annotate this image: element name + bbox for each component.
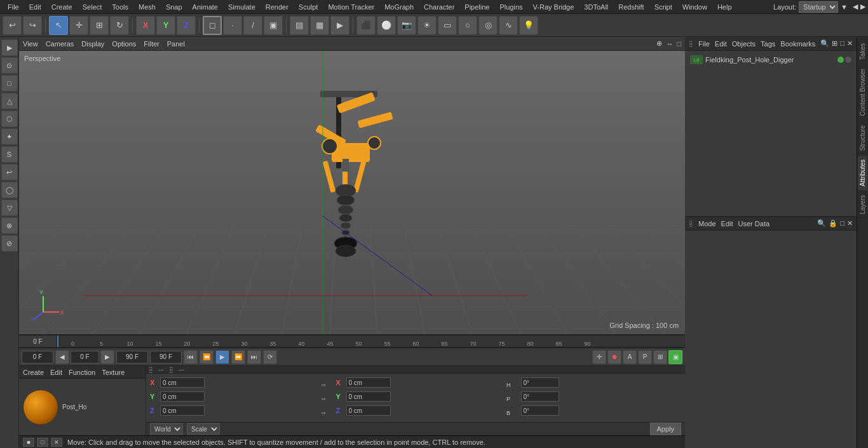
attr-expand-icon[interactable]: □ xyxy=(840,219,844,227)
attr-lock-icon[interactable]: 🔒 xyxy=(829,219,837,227)
rot-p-input[interactable] xyxy=(521,391,559,402)
menu-window[interactable]: Window xyxy=(677,2,712,12)
menu-pipeline[interactable]: Pipeline xyxy=(459,2,494,12)
tab-takes[interactable]: Takes xyxy=(858,39,867,64)
viewport-menu-cameras[interactable]: Cameras xyxy=(46,40,74,48)
menu-help[interactable]: Help xyxy=(712,2,737,12)
sky-button[interactable]: ○ xyxy=(458,16,477,35)
rot-h-input[interactable] xyxy=(521,377,559,388)
table-row[interactable]: L0 Fieldking_Post_Hole_Digger xyxy=(688,53,854,66)
objects-close-icon[interactable]: ✕ xyxy=(847,39,853,48)
menu-edit[interactable]: Edit xyxy=(24,2,46,12)
sidebar-tool-11[interactable]: ⊗ xyxy=(1,217,18,234)
render-region-button[interactable]: ▤ xyxy=(290,16,309,35)
goto-start-button[interactable]: ⏮ xyxy=(184,350,198,364)
keyframe-grid-btn[interactable]: ⊞ xyxy=(653,350,667,364)
attr-close-icon[interactable]: ✕ xyxy=(847,219,853,227)
sphere-button[interactable]: ⚪ xyxy=(377,16,396,35)
pos-z-input[interactable] xyxy=(160,405,205,416)
attr-header-edit[interactable]: Edit xyxy=(721,220,733,227)
menu-sculpt[interactable]: Sculpt xyxy=(294,2,323,12)
viewport-menu-view[interactable]: View xyxy=(23,40,38,48)
render-picture-button[interactable]: ▦ xyxy=(310,16,329,35)
undo-button[interactable]: ↩ xyxy=(3,16,22,35)
edge-mode-button[interactable]: / xyxy=(243,16,262,35)
y-axis-button[interactable]: Y xyxy=(156,16,175,35)
env-button[interactable]: ◎ xyxy=(478,16,498,35)
viewport-menu-options[interactable]: Options xyxy=(112,40,136,48)
objects-filter-icon[interactable]: ⊞ xyxy=(832,39,837,48)
menu-3dtoall[interactable]: 3DToAll xyxy=(579,2,613,12)
keyframe-frame-btn[interactable]: ▣ xyxy=(668,350,682,364)
rotate-tool-button[interactable]: ↻ xyxy=(110,16,129,35)
tab-attributes[interactable]: Attributes xyxy=(858,156,867,190)
rot-b-input[interactable] xyxy=(521,405,559,416)
world-dropdown[interactable]: World xyxy=(150,423,183,435)
attr-search-icon[interactable]: 🔍 xyxy=(817,219,826,227)
attr-header-userdata[interactable]: User Data xyxy=(738,220,770,227)
viewport-move-icon[interactable]: ⊕ xyxy=(656,39,662,48)
menu-mograph[interactable]: MoGraph xyxy=(379,2,419,12)
menu-mesh[interactable]: Mesh xyxy=(133,2,161,12)
cube-button[interactable]: ⬛ xyxy=(356,16,376,35)
menu-animate[interactable]: Animate xyxy=(187,2,223,12)
status-icon-3[interactable]: ✕ xyxy=(51,438,62,447)
sidebar-tool-3[interactable]: □ xyxy=(1,75,18,92)
mat-header-edit[interactable]: Edit xyxy=(50,369,62,376)
sidebar-tool-9[interactable]: ◯ xyxy=(1,182,18,198)
menu-motion-tracker[interactable]: Motion Tracker xyxy=(323,2,379,12)
tab-layers[interactable]: Layers xyxy=(858,191,867,218)
timeline-playhead[interactable] xyxy=(57,335,58,347)
viewport-canvas[interactable]: Perspective xyxy=(19,51,685,334)
current-frame-input[interactable] xyxy=(71,351,99,363)
objects-expand-icon[interactable]: □ xyxy=(840,39,844,48)
end-frame-input[interactable] xyxy=(116,351,148,363)
status-icon-2[interactable]: □ xyxy=(37,438,48,447)
status-icon-1[interactable]: ■ xyxy=(23,438,34,447)
menu-snap[interactable]: Snap xyxy=(161,2,187,12)
x-axis-button[interactable]: X xyxy=(136,16,155,35)
viewport-arrows-icon[interactable]: ↔ xyxy=(666,40,673,48)
sidebar-tool-2[interactable]: ⊙ xyxy=(1,57,18,74)
size-x-input[interactable] xyxy=(346,377,391,388)
step-forward-button[interactable]: ⏩ xyxy=(231,350,245,364)
scale-tool-button[interactable]: ⊞ xyxy=(90,16,109,35)
light-button[interactable]: ☀ xyxy=(417,16,437,35)
sidebar-tool-6[interactable]: ✦ xyxy=(1,128,18,145)
bulb-icon-button[interactable]: 💡 xyxy=(519,16,538,35)
apply-button[interactable]: Apply xyxy=(650,423,682,435)
layout-arrow-icon[interactable]: ▼ xyxy=(841,3,848,11)
step-back-button[interactable]: ⏪ xyxy=(200,350,214,364)
model-mode-button[interactable]: ◻ xyxy=(203,16,222,35)
menu-character[interactable]: Character xyxy=(419,2,459,12)
viewport-menu-filter[interactable]: Filter xyxy=(144,40,159,48)
material-preview[interactable] xyxy=(23,390,58,425)
sidebar-tool-4[interactable]: △ xyxy=(1,93,18,109)
menu-select[interactable]: Select xyxy=(78,2,107,12)
mat-header-texture[interactable]: Texture xyxy=(102,369,125,376)
frame-next-input-btn[interactable]: ▶ xyxy=(100,350,114,364)
attr-header-mode[interactable]: Mode xyxy=(698,220,716,227)
menu-create[interactable]: Create xyxy=(46,2,78,12)
pos-y-input[interactable] xyxy=(160,391,205,402)
loop-button[interactable]: ⟳ xyxy=(263,350,277,364)
goto-end-button[interactable]: ⏭ xyxy=(247,350,261,364)
sidebar-tool-10[interactable]: ▽ xyxy=(1,200,18,216)
mat-header-create[interactable]: Create xyxy=(23,369,44,376)
keyframe-add-btn[interactable]: ✛ xyxy=(592,350,606,364)
size-y-input[interactable] xyxy=(346,391,391,402)
redo-button[interactable]: ↪ xyxy=(23,16,42,35)
sidebar-tool-5[interactable]: ⬡ xyxy=(1,111,18,127)
viewport-menu-panel[interactable]: Panel xyxy=(167,40,185,48)
obj-header-bookmarks[interactable]: Bookmarks xyxy=(780,40,815,48)
tab-structure[interactable]: Structure xyxy=(858,121,867,155)
menu-vray[interactable]: V-Ray Bridge xyxy=(528,2,580,12)
menu-simulate[interactable]: Simulate xyxy=(223,2,261,12)
render-button[interactable]: ▶ xyxy=(330,16,349,35)
mat-header-function[interactable]: Function xyxy=(69,369,95,376)
layout-prev-icon[interactable]: ◀ xyxy=(853,3,858,11)
menu-file[interactable]: File xyxy=(3,2,24,12)
keyframe-p-btn[interactable]: P xyxy=(638,350,652,364)
select-tool-button[interactable]: ↖ xyxy=(49,16,68,35)
frame-prev-input-btn[interactable]: ◀ xyxy=(55,350,69,364)
